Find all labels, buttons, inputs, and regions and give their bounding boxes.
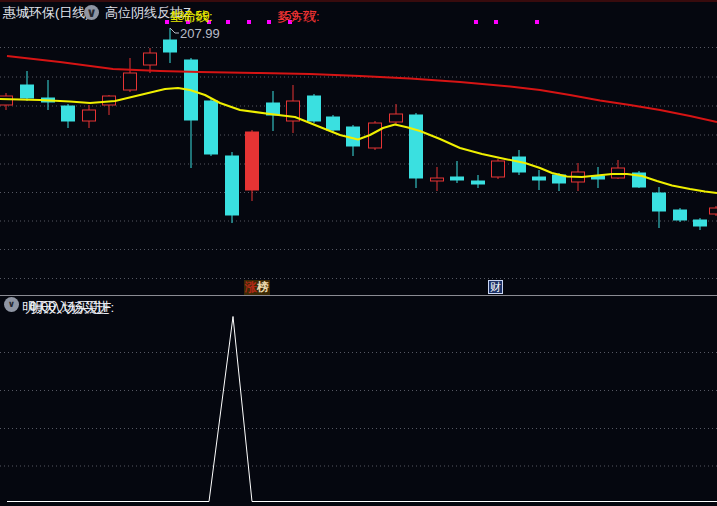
- candle-body: [205, 101, 218, 154]
- candle-body: [0, 96, 13, 105]
- stock-title: 惠城环保(日线): [3, 4, 90, 22]
- price-pointer-line: [170, 28, 179, 33]
- chart-canvas: [0, 0, 717, 506]
- life-line-value: 137.59: [170, 8, 210, 23]
- candle-body: [21, 85, 34, 98]
- candle-body: [451, 177, 464, 180]
- sub-indicator-name: 明天入场买进F 明天入场买进: 0.00: [22, 297, 30, 312]
- high-price-label: 207.99: [180, 26, 220, 41]
- rise-board-char1: 涨: [245, 280, 257, 294]
- candle-body: [164, 40, 177, 52]
- trading-chart-window: 惠城环保(日线) ∨ 高位阴线反抽Z 生命线: 137.59 多方线: 159.…: [0, 0, 717, 506]
- candle-body: [246, 132, 259, 190]
- candle-body: [124, 73, 137, 90]
- candle-body: [472, 181, 485, 184]
- sub-chart-header: ∨ 明天入场买进F 明天入场买进: 0.00: [0, 295, 717, 313]
- candle-body: [674, 210, 687, 220]
- candle-body: [410, 115, 423, 178]
- bull-line-value: 159.77: [277, 8, 317, 23]
- candle-body: [492, 161, 505, 177]
- chevron-down-icon[interactable]: ∨: [84, 5, 99, 20]
- candle-body: [694, 220, 707, 226]
- candle-body: [62, 106, 75, 121]
- candle-body: [513, 157, 526, 172]
- chevron-down-icon[interactable]: ∨: [4, 297, 19, 312]
- candle-body: [390, 114, 403, 122]
- candle-body: [308, 96, 321, 121]
- candle-body: [533, 177, 546, 180]
- ma-line: [7, 56, 717, 122]
- candle-body: [327, 117, 340, 130]
- candle-body: [83, 110, 96, 121]
- rise-board-tag[interactable]: 涨榜: [244, 280, 270, 295]
- signal-spike-line: [7, 317, 717, 502]
- finance-tag[interactable]: 财: [488, 280, 503, 294]
- main-chart-header: 惠城环保(日线) ∨ 高位阴线反抽Z 生命线: 137.59 多方线: 159.…: [0, 0, 717, 24]
- rise-board-char2: 榜: [257, 280, 269, 294]
- candle-body: [226, 156, 239, 215]
- candle-body: [710, 208, 717, 214]
- candle-body: [653, 193, 666, 211]
- candle-body: [431, 178, 444, 181]
- candle-body: [144, 53, 157, 65]
- sub-value: 0.00: [30, 299, 56, 314]
